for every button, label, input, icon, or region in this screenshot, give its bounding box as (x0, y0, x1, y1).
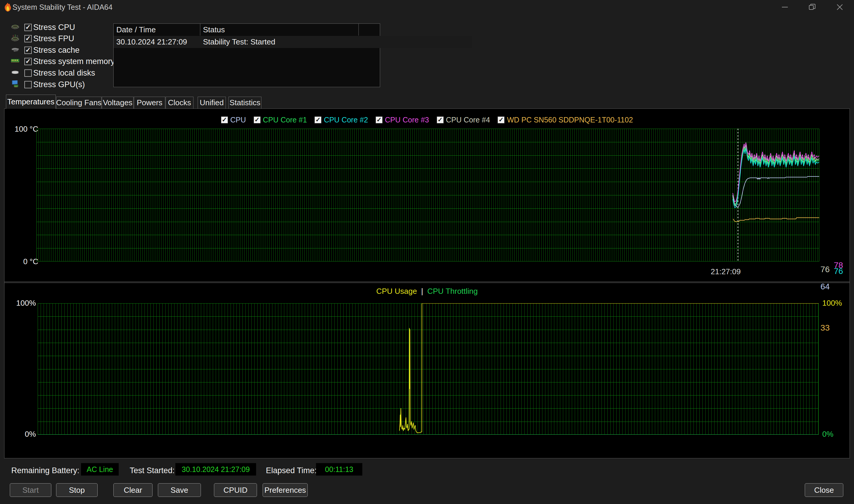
check-icon: ✓ (499, 118, 504, 122)
stress-option-label: Stress GPU(s) (33, 80, 85, 89)
usage-y-min-label: 0% (11, 430, 36, 439)
checkbox[interactable]: ✓ (254, 116, 261, 123)
checkbox[interactable]: ✓ (221, 116, 228, 123)
current-value-wd-disk: 33 (820, 323, 830, 332)
checkbox[interactable]: ✓ (24, 24, 32, 31)
usage-right-max-label: 100% (822, 299, 842, 308)
checkbox[interactable]: ✓ (24, 35, 32, 42)
checkbox[interactable]: ✓ (24, 47, 32, 54)
tab-unified[interactable]: Unified (198, 97, 226, 108)
svg-text:2: 2 (15, 34, 16, 37)
fpu-icon: 123 (11, 34, 20, 43)
check-icon: ✓ (222, 118, 227, 122)
battery-label: Remaining Battery: (11, 466, 80, 475)
usage-chart-heading: CPU Usage | CPU Throttling (4, 287, 850, 296)
cell-datetime: 30.10.2024 21:27:09 (114, 36, 200, 48)
restore-button[interactable] (802, 0, 822, 14)
checkbox[interactable]: ✓ (315, 116, 321, 123)
temperature-legend: ✓ CPU ✓ CPU Core #1 ✓ CPU Core #2 ✓ CPU … (4, 115, 850, 124)
column-header-status[interactable]: Status (200, 24, 359, 36)
cpu-icon (11, 23, 20, 31)
stress-option-label: Stress FPU (33, 34, 74, 43)
elapsed-time-value: 00:11:13 (316, 463, 362, 475)
clear-button[interactable]: Clear (114, 483, 153, 497)
close-icon (836, 4, 843, 11)
legend-label: CPU Core #3 (385, 115, 429, 124)
check-icon: ✓ (377, 118, 382, 122)
tab-cooling-fans[interactable]: Cooling Fans (56, 97, 102, 108)
y-axis-max-label: 100 °C (11, 125, 38, 134)
checkbox[interactable]: ✓ (24, 81, 32, 88)
disk-icon (11, 70, 20, 76)
legend-item-cpu-core-4[interactable]: ✓ CPU Core #4 (437, 115, 490, 124)
charts-panel: ✓ CPU ✓ CPU Core #1 ✓ CPU Core #2 ✓ CPU … (4, 108, 850, 458)
checkbox[interactable]: ✓ (437, 116, 443, 123)
legend-item-cpu-core-1[interactable]: ✓ CPU Core #1 (254, 115, 307, 124)
check-icon: ✓ (25, 48, 31, 53)
check-icon: ✓ (254, 118, 260, 122)
checkbox[interactable]: ✓ (498, 116, 504, 123)
legend-item-cpu[interactable]: ✓ CPU (221, 115, 246, 124)
check-icon: ✓ (25, 36, 31, 41)
close-button[interactable]: Close (805, 483, 843, 497)
tab-clocks[interactable]: Clocks (165, 97, 193, 108)
memory-icon (11, 58, 20, 65)
temperature-chart (36, 129, 819, 262)
restore-icon (809, 4, 815, 11)
checkbox[interactable]: ✓ (24, 69, 32, 77)
checkbox[interactable]: ✓ (376, 116, 383, 123)
stress-option-label: Stress cache (33, 46, 80, 55)
gpu-icon (11, 80, 20, 89)
tab-powers[interactable]: Powers (134, 97, 165, 108)
close-window-button[interactable] (830, 0, 850, 14)
current-value-cpu-core4: 76 (820, 265, 830, 274)
title-bar: System Stability Test - AIDA64 (0, 0, 854, 14)
save-button[interactable]: Save (158, 483, 201, 497)
minimize-button[interactable] (774, 0, 795, 14)
legend-label: CPU Core #4 (446, 115, 490, 124)
preferences-button[interactable]: Preferences (263, 483, 308, 497)
tab-temperatures[interactable]: Temperatures (6, 94, 56, 109)
elapsed-time-label: Elapsed Time: (266, 466, 317, 475)
start-button[interactable]: Start (10, 483, 51, 497)
x-axis-time-label: 21:27:09 (711, 267, 755, 276)
test-started-label: Test Started: (130, 466, 175, 475)
stop-button[interactable]: Stop (56, 483, 98, 497)
heading-divider: | (421, 287, 423, 296)
event-log-table: Date / Time Status 30.10.2024 21:27:09 S… (114, 23, 380, 87)
check-icon: ✓ (315, 118, 321, 122)
column-header-datetime[interactable]: Date / Time (114, 24, 200, 36)
table-header: Date / Time Status (114, 24, 380, 36)
stress-option-label: Stress system memory (33, 57, 115, 66)
svg-text:1: 1 (13, 34, 14, 37)
cpu-throttling-heading: CPU Throttling (427, 287, 478, 296)
checkbox[interactable]: ✓ (24, 58, 32, 65)
cache-icon (11, 47, 20, 54)
legend-item-wd-disk[interactable]: ✓ WD PC SN560 SDDPNQE-1T00-1102 (498, 115, 633, 124)
test-started-value: 30.10.2024 21:27:09 (175, 463, 256, 475)
cpuid-button[interactable]: CPUID (214, 483, 257, 497)
stress-option-label: Stress local disks (33, 69, 95, 78)
cpu-usage-heading: CPU Usage (376, 287, 417, 296)
tab-voltages[interactable]: Voltages (102, 97, 134, 108)
usage-y-max-label: 100% (11, 299, 36, 308)
minimize-icon (782, 4, 788, 11)
usage-chart (38, 303, 819, 435)
y-axis-min-label: 0 °C (11, 257, 38, 266)
legend-item-cpu-core-3[interactable]: ✓ CPU Core #3 (376, 115, 429, 124)
cell-status: Stability Test: Started (200, 36, 359, 48)
legend-label: CPU (230, 115, 246, 124)
system-stability-test-window: System Stability Test - AIDA64 ✓ Stress … (0, 0, 854, 504)
legend-item-cpu-core-2[interactable]: ✓ CPU Core #2 (315, 115, 368, 124)
current-value-cpu-core2: 76 (834, 267, 843, 276)
check-icon: ✓ (25, 59, 31, 64)
stress-option-label: Stress CPU (33, 23, 75, 32)
table-row[interactable]: 30.10.2024 21:27:09 Stability Test: Star… (114, 36, 472, 48)
app-flame-icon (3, 2, 12, 13)
tab-statistics[interactable]: Statistics (228, 97, 261, 108)
svg-text:3: 3 (17, 35, 18, 38)
window-title: System Stability Test - AIDA64 (13, 3, 112, 12)
throttle-right-min-label: 0% (822, 430, 834, 439)
check-icon: ✓ (25, 24, 31, 30)
battery-value: AC Line (81, 463, 119, 475)
